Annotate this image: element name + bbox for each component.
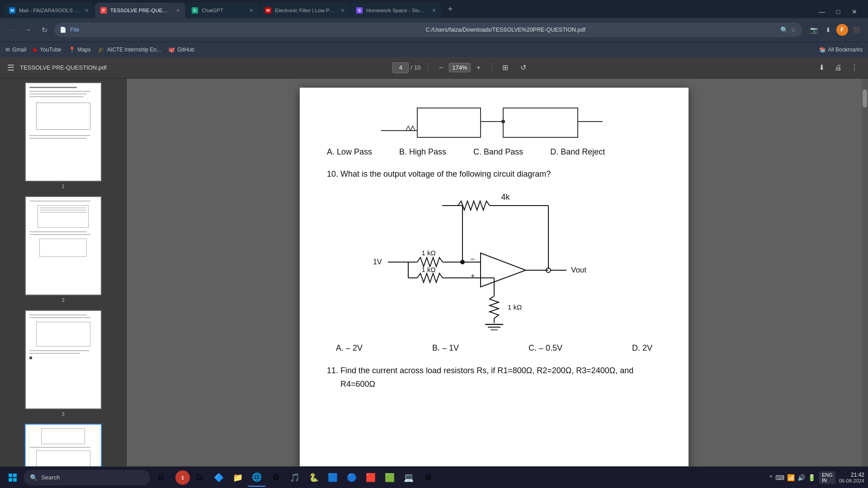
tab-mail[interactable]: M Mail - FAIZARASOOLS - Outlo... × [4, 3, 94, 18]
pdf-main[interactable]: A. Low Pass B. High Pass C. Band Pass D.… [127, 79, 862, 488]
task-view-button[interactable]: ⊟ [152, 469, 170, 487]
svg-marker-15 [481, 253, 526, 287]
pdf-sidebar: 1 [0, 79, 127, 488]
windows-logo [9, 474, 17, 482]
q10-answer-options: A. – 2V B. – 1V C. – 0.5V D. 2V [327, 343, 661, 353]
new-tab-button[interactable]: + [444, 3, 457, 15]
taskbar-search[interactable]: 🔍 Search [24, 470, 150, 485]
taskbar-icon-8[interactable]: 🔵 [343, 469, 361, 487]
battery-icon[interactable]: 🔋 [808, 474, 816, 481]
pdf-print-button[interactable]: 🖨 [832, 61, 844, 74]
system-clock[interactable]: 21:42 06-08-2024 [839, 472, 864, 483]
tab-close-filter[interactable]: × [341, 7, 344, 14]
pdf-page-sep: / [410, 64, 412, 71]
tab-close-studyx[interactable]: × [432, 7, 436, 14]
volume-icon[interactable]: 🔊 [797, 474, 805, 481]
keyboard-icon[interactable]: ⌨ [775, 474, 784, 481]
taskbar-icon-2[interactable]: 🔷 [210, 469, 228, 487]
tab-chatgpt[interactable]: C ChatGPT × [186, 3, 259, 18]
pdf-thumbnail-1[interactable]: 1 [4, 82, 123, 189]
taskbar-icon-1[interactable]: 🗂 [191, 469, 209, 487]
toolbar-actions: 📷 ⬇ F ⬛ [807, 23, 863, 36]
chevron-up-icon[interactable]: ^ [769, 474, 773, 481]
taskbar-icon-4[interactable]: ⚙ [267, 469, 285, 487]
minimize-button[interactable]: — [816, 5, 828, 18]
start-button[interactable] [4, 469, 22, 487]
language-button[interactable]: ENGIN [819, 471, 835, 484]
pdf-viewer: ☰ TESSOLVE PRE-QUESTION.pdf / 10 − 174% … [0, 57, 868, 488]
taskbar-icon-6[interactable]: 🐍 [305, 469, 323, 487]
pdf-fit-button[interactable]: ⊞ [499, 61, 512, 74]
bookmark-icon[interactable]: ☆ [791, 26, 797, 33]
profile-button[interactable]: F [836, 24, 848, 36]
win-sq-1 [9, 474, 12, 477]
pdf-page-input[interactable] [392, 62, 409, 73]
q9-option-b: B. High Pass [399, 147, 446, 157]
bookmark-gmail[interactable]: ✉ Gmail [5, 47, 26, 53]
taskbar-icon-7[interactable]: 🟦 [324, 469, 342, 487]
q11-text: 11. Find the current across load resisto… [327, 364, 661, 391]
pdf-zoom-in-button[interactable]: + [473, 62, 484, 73]
pdf-download-button[interactable]: ⬇ [816, 61, 828, 74]
forward-button[interactable]: → [22, 23, 34, 36]
taskbar-icon-12[interactable]: 🖥 [419, 469, 437, 487]
pdf-more-button[interactable]: ⋮ [848, 61, 861, 74]
network-icon[interactable]: 📶 [787, 474, 795, 481]
bookmark-maps[interactable]: 📍 Maps [69, 47, 91, 53]
scrollbar-thumb[interactable] [863, 89, 867, 108]
download-button[interactable]: ⬇ [822, 23, 835, 36]
screenshot-button[interactable]: 📷 [807, 23, 820, 36]
taskbar-icon-3[interactable]: 📁 [229, 469, 247, 487]
clock-date: 06-08-2024 [839, 478, 864, 483]
bookmark-youtube[interactable]: ▶ YouTube [33, 47, 61, 53]
tab-close-chatgpt[interactable]: × [250, 7, 253, 14]
pdf-menu-button[interactable]: ☰ [7, 63, 14, 73]
tab-favicon-chatgpt: C [192, 7, 198, 14]
bookmark-youtube-label: YouTube [40, 47, 61, 53]
taskbar-icon-9[interactable]: 🟥 [362, 469, 380, 487]
taskbar-search-icon: 🔍 [30, 474, 38, 481]
tab-label-chatgpt: ChatGPT [202, 8, 244, 13]
mail-taskbar-item[interactable]: 1 [175, 470, 190, 485]
notification-badge[interactable]: 1 [175, 470, 190, 485]
system-tray: ^ ⌨ 📶 🔊 🔋 ENGIN 21:42 06-08-2024 [769, 471, 864, 484]
tab-pdf[interactable]: P TESSOLVE PRE-QUESTION.pdf × [95, 3, 185, 18]
tab-favicon-mail: M [9, 7, 15, 14]
thumb-content-1 [26, 83, 101, 181]
tab-close-pdf[interactable]: × [176, 7, 180, 14]
taskbar-icon-5[interactable]: 🎵 [286, 469, 304, 487]
pdf-right-actions: ⬇ 🖨 ⋮ [816, 61, 861, 74]
q9-option-d: D. Band Reject [550, 147, 605, 157]
taskbar-icon-11[interactable]: 💻 [400, 469, 418, 487]
all-bookmarks-button[interactable]: 📚 All Bookmarks [819, 47, 863, 53]
bookmark-github[interactable]: 🐙 GitHub [168, 47, 194, 53]
pdf-separator-2 [491, 62, 492, 73]
tab-favicon-filter: W [265, 7, 271, 14]
tab-studyx[interactable]: S Homework Space - StudyX × [351, 3, 441, 18]
pdf-thumb-img-2 [25, 196, 102, 296]
search-url-icon[interactable]: 🔍 [780, 26, 788, 33]
taskbar-icon-10[interactable]: 🟩 [381, 469, 399, 487]
q9-option-c: C. Band Pass [473, 147, 523, 157]
extensions-button[interactable]: ⬛ [850, 23, 863, 36]
back-button[interactable]: ← [5, 23, 18, 36]
all-bookmarks-label: All Bookmarks [828, 47, 863, 53]
taskbar-icon-browser[interactable]: 🌐 [248, 469, 266, 487]
tab-label-filter: Electronic Filter | Low Pass, Hi... [275, 8, 335, 13]
pdf-thumbnail-2[interactable]: 2 [4, 196, 123, 303]
pdf-right-scrollbar[interactable] [862, 79, 868, 488]
youtube-favicon: ▶ [33, 47, 38, 53]
close-button[interactable]: ✕ [848, 5, 861, 18]
maximize-button[interactable]: □ [832, 5, 844, 18]
pdf-rotate-button[interactable]: ↺ [517, 61, 530, 74]
pdf-thumbnail-3[interactable]: ⬛ 3 [4, 310, 123, 417]
bookmark-aicte[interactable]: 🎓 AICTE Internship En... [98, 47, 161, 53]
url-bar[interactable]: 📄 File C:/Users/faiza/Downloads/TESSOLVE… [54, 23, 802, 37]
pdf-zoom-out-button[interactable]: − [435, 62, 446, 73]
tab-filter[interactable]: W Electronic Filter | Low Pass, Hi... × [259, 3, 350, 18]
circuit-diagram: 4k 1V [354, 190, 634, 334]
pdf-total-pages: 10 [414, 64, 420, 71]
win-sq-2 [13, 474, 17, 477]
tab-close-mail[interactable]: × [85, 7, 89, 14]
refresh-button[interactable]: ↻ [38, 23, 51, 36]
